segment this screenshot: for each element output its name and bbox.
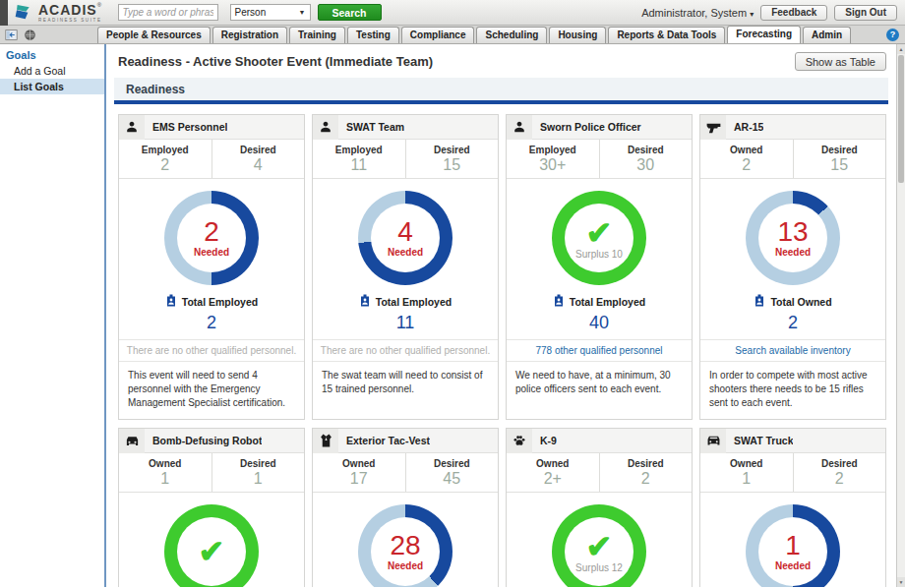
tab-registration[interactable]: Registration [212, 27, 287, 43]
stat-first: Owned 1 [700, 453, 794, 492]
stat-value: 4 [212, 156, 305, 174]
card-stats: Owned 1 Desired 2 [700, 453, 885, 493]
chevron-down-icon: ▼ [299, 9, 306, 16]
stat-label: Employed [507, 145, 599, 155]
stat-desired: Desired 45 [406, 453, 499, 492]
sidebar-item-list-goals[interactable]: List Goals [0, 79, 104, 94]
scrollbar-thumb[interactable] [898, 55, 904, 183]
sign-out-button[interactable]: Sign Out [834, 5, 897, 21]
gauge-surplus: ✔ Surplus 10 [575, 217, 623, 260]
stat-first: Owned 2+ [507, 453, 600, 492]
gauge-wrap: ✔ Surplus 12 [507, 493, 692, 587]
vertical-scrollbar[interactable]: ▲ ▼ [896, 44, 905, 587]
user-menu[interactable]: Administrator, System ▾ [641, 7, 754, 19]
logo-title: ACADIS [38, 2, 97, 18]
stat-value: 2 [119, 156, 211, 174]
help-icon[interactable]: ? [886, 29, 899, 41]
total-label: Total Employed [376, 296, 452, 308]
badge-icon [754, 293, 765, 311]
show-as-table-button[interactable]: Show as Table [795, 52, 886, 71]
card-header: Bomb-Defusing Robot [119, 429, 304, 453]
card-header: AR-15 [700, 115, 885, 140]
page-title: Readiness - Active Shooter Event (Immedi… [118, 54, 433, 69]
card-total: Total Employed 2 [119, 289, 304, 339]
search-scope-select[interactable]: Person ▼ [230, 4, 311, 21]
gauge-center: 28 Needed ✔ [358, 504, 452, 587]
gun-icon [700, 115, 726, 140]
card-stats: Employed 11 Desired 15 [313, 140, 498, 179]
stat-desired: Desired 2 [600, 453, 693, 492]
stat-value: 30+ [507, 156, 599, 174]
stat-label: Desired [600, 145, 693, 155]
check-icon: ✔ [199, 536, 225, 567]
stat-value: 15 [406, 156, 499, 174]
readiness-gauge: ✔ Surplus 10 [552, 191, 646, 285]
tab-compliance[interactable]: Compliance [401, 27, 475, 43]
stat-value: 2 [600, 470, 693, 488]
page-head: Readiness - Active Shooter Event (Immedi… [106, 44, 896, 76]
scroll-down-arrow[interactable]: ▼ [897, 577, 905, 587]
tab-housing[interactable]: Housing [549, 27, 606, 43]
stat-label: Owned [700, 145, 793, 155]
search-button[interactable]: Search [318, 4, 382, 21]
gauge-wrap: 4 Needed ✔ [313, 179, 498, 289]
stat-label: Owned [119, 458, 211, 469]
stat-label: Desired [212, 145, 305, 155]
stat-desired: Desired 1 [212, 453, 305, 492]
gauge-center: 4 Needed ✔ [358, 191, 452, 285]
sidebar-item-add-a-goal[interactable]: Add a Goal [0, 63, 104, 79]
tab-bar: People & ResourcesRegistrationTrainingTe… [0, 26, 905, 44]
tab-forecasting[interactable]: Forecasting [727, 26, 801, 43]
search-input[interactable] [118, 4, 218, 21]
gauge-wrap: 2 Needed ✔ [119, 179, 304, 289]
card-note-link[interactable]: Search available inventory [700, 339, 885, 361]
tab-reports-data-tools[interactable]: Reports & Data Tools [608, 27, 725, 43]
total-value: 11 [313, 313, 498, 333]
tab-scheduling[interactable]: Scheduling [476, 27, 547, 43]
stat-first: Owned 2 [700, 140, 794, 178]
card-stats: Owned 17 Desired 45 [313, 453, 498, 493]
stat-value: 15 [794, 156, 886, 174]
readiness-card: EMS Personnel Employed 2 Desired 4 2 Nee… [118, 114, 305, 420]
tab-testing[interactable]: Testing [347, 27, 399, 43]
tab-training[interactable]: Training [289, 27, 345, 43]
home-icon[interactable] [24, 29, 36, 41]
collapse-sidebar-icon[interactable] [5, 29, 18, 41]
logo-text: ACADIS® READINESS SUITE [38, 2, 102, 24]
gauge-center: 1 Needed ✔ [746, 504, 840, 587]
scroll-up-arrow[interactable]: ▲ [897, 44, 905, 54]
app-header: ACADIS® READINESS SUITE Person ▼ Search … [0, 0, 905, 26]
tab-strip: People & ResourcesRegistrationTrainingTe… [97, 26, 853, 43]
stat-label: Owned [313, 458, 405, 469]
gauge-needed: 4 Needed [388, 218, 423, 258]
tab-admin[interactable]: Admin [803, 27, 851, 43]
search-scope-value: Person [235, 7, 267, 18]
gauge-needed-label: Needed [194, 247, 229, 258]
truck-icon [700, 429, 726, 453]
vest-icon [313, 429, 338, 453]
check-icon: ✔ [575, 217, 623, 249]
sidebar-title: Goals [0, 47, 104, 63]
card-note-link[interactable]: 778 other qualified personnel [507, 339, 692, 361]
gauge-needed-label: Needed [388, 560, 423, 571]
caret-down-icon: ▾ [750, 10, 754, 19]
gauge-surplus-label: Surplus 12 [575, 562, 623, 573]
stat-first: Owned 1 [119, 453, 212, 492]
badge-icon [553, 293, 565, 311]
card-header: Sworn Police Officer [507, 115, 692, 140]
gauge-surplus-label: Surplus 10 [575, 249, 623, 260]
stat-desired: Desired 30 [600, 140, 693, 178]
feedback-button[interactable]: Feedback [760, 5, 827, 21]
gauge-wrap: 13 Needed ✔ [700, 179, 885, 289]
total-value: 2 [700, 313, 885, 333]
stat-value: 1 [212, 470, 305, 488]
gauge-needed: 13 Needed [775, 218, 811, 258]
stat-value: 2 [794, 470, 886, 488]
card-header: K-9 [507, 429, 692, 453]
card-header: SWAT Truck [700, 429, 885, 453]
card-title: SWAT Team [338, 121, 404, 133]
gauge-number: 4 [388, 218, 423, 246]
tab-people-resources[interactable]: People & Resources [97, 27, 211, 43]
card-total: Total Owned 2 [700, 289, 885, 339]
stat-desired: Desired 2 [794, 453, 886, 492]
